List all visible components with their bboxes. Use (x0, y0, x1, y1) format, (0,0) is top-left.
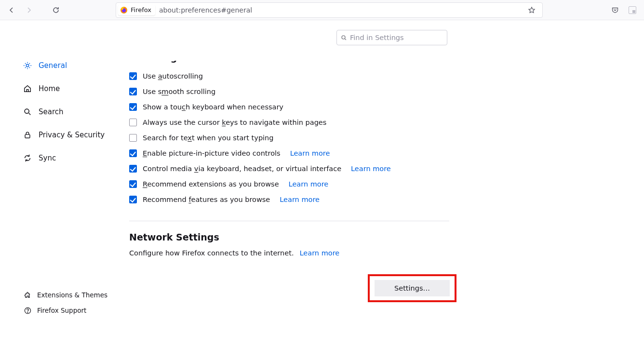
learn-more-link[interactable]: Learn more (351, 165, 391, 173)
checkbox-label[interactable]: Show a touch keyboard when necessary (143, 103, 283, 111)
browsing-option-row: Show a touch keyboard when necessary (129, 99, 449, 115)
sidebar-item-privacy[interactable]: Privacy & Security (0, 125, 112, 145)
sidebar-item-general[interactable]: General (0, 56, 112, 75)
gear-icon (23, 61, 32, 70)
browsing-option-row: Use autoscrolling (129, 68, 449, 84)
checkbox[interactable] (129, 103, 137, 111)
url-text: about:preferences#general (159, 6, 252, 14)
learn-more-link[interactable]: Learn more (289, 180, 329, 188)
search-icon (23, 107, 32, 116)
bookmark-star-button[interactable] (525, 3, 538, 17)
preferences-sidebar: General Home Search Privacy & Security S… (0, 20, 112, 347)
sidebar-small-label: Extensions & Themes (37, 291, 107, 299)
checkbox-label[interactable]: Search for text when you start typing (143, 134, 274, 142)
sidebar-firefox-support[interactable]: Firefox Support (0, 303, 112, 318)
sidebar-label: Sync (39, 154, 56, 162)
find-in-settings[interactable] (336, 30, 447, 45)
home-icon (23, 84, 32, 93)
checkbox-label[interactable]: Use smooth scrolling (143, 88, 215, 95)
reload-button[interactable] (48, 2, 64, 18)
lock-icon (23, 131, 32, 139)
checkbox[interactable] (129, 165, 137, 173)
svg-point-7 (342, 36, 345, 39)
browsing-option-row: Enable picture-in-picture video controls… (129, 146, 449, 161)
svg-point-6 (27, 312, 28, 312)
section-divider (129, 221, 449, 221)
browsing-option-row: Control media via keyboard, headset, or … (129, 161, 449, 176)
checkbox[interactable] (129, 149, 137, 157)
browsing-option-row: Recommend extensions as you browseLearn … (129, 176, 449, 192)
network-settings-button[interactable]: Settings… (375, 280, 450, 296)
url-bar[interactable]: Firefox about:preferences#general (116, 2, 543, 18)
checkbox[interactable] (129, 88, 137, 95)
checkbox-label[interactable]: Use autoscrolling (143, 72, 203, 80)
svg-point-3 (25, 109, 29, 113)
puzzle-icon (24, 292, 31, 299)
checkbox-label[interactable]: Always use the cursor keys to navigate w… (143, 119, 326, 126)
network-description: Configure how Firefox connects to the in… (129, 249, 294, 257)
site-info-button[interactable] (625, 2, 640, 18)
network-heading: Network Settings (129, 232, 449, 242)
sidebar-small-label: Firefox Support (37, 307, 86, 314)
site-identity[interactable]: Firefox (118, 5, 155, 15)
learn-more-link[interactable]: Learn more (280, 196, 320, 203)
sidebar-label: Search (39, 107, 64, 116)
checkbox[interactable] (129, 196, 137, 203)
sync-icon (23, 154, 32, 162)
forward-button[interactable] (21, 2, 37, 18)
network-learn-more-link[interactable]: Learn more (300, 249, 340, 257)
checkbox-label[interactable]: Recommend extensions as you browse (143, 180, 279, 188)
checkbox-label[interactable]: Enable picture-in-picture video controls (143, 149, 281, 157)
sidebar-item-home[interactable]: Home (0, 79, 112, 98)
sidebar-label: General (39, 61, 67, 70)
sidebar-label: Home (39, 84, 60, 93)
checkbox-label[interactable]: Control media via keyboard, headset, or … (143, 165, 341, 173)
checkbox[interactable] (129, 72, 137, 80)
help-icon (24, 307, 31, 314)
back-button[interactable] (4, 2, 19, 18)
search-input[interactable] (350, 34, 443, 41)
search-icon (341, 35, 347, 41)
checkbox[interactable] (129, 119, 137, 126)
browser-toolbar: Firefox about:preferences#general (0, 0, 644, 20)
sidebar-extensions-themes[interactable]: Extensions & Themes (0, 287, 112, 303)
checkbox[interactable] (129, 180, 137, 188)
browsing-option-row: Use smooth scrolling (129, 84, 449, 99)
sidebar-label: Privacy & Security (39, 131, 105, 139)
learn-more-link[interactable]: Learn more (290, 149, 330, 157)
preferences-content: Browsing Use autoscrollingUse smooth scr… (112, 20, 644, 347)
checkbox[interactable] (129, 134, 137, 142)
svg-point-2 (26, 64, 28, 67)
checkbox-label[interactable]: Recommend features as you browse (143, 196, 270, 203)
browsing-option-row: Search for text when you start typing (129, 130, 449, 146)
firefox-icon (120, 6, 128, 14)
browsing-option-row: Recommend features as you browseLearn mo… (129, 192, 449, 207)
svg-rect-4 (25, 134, 30, 138)
settings-button-highlight: Settings… (368, 274, 456, 302)
browsing-option-row: Always use the cursor keys to navigate w… (129, 115, 449, 130)
sidebar-item-search[interactable]: Search (0, 102, 112, 121)
sidebar-item-sync[interactable]: Sync (0, 148, 112, 168)
identity-label: Firefox (131, 6, 151, 13)
pocket-button[interactable] (607, 2, 623, 18)
browsing-heading: Browsing (129, 52, 449, 63)
